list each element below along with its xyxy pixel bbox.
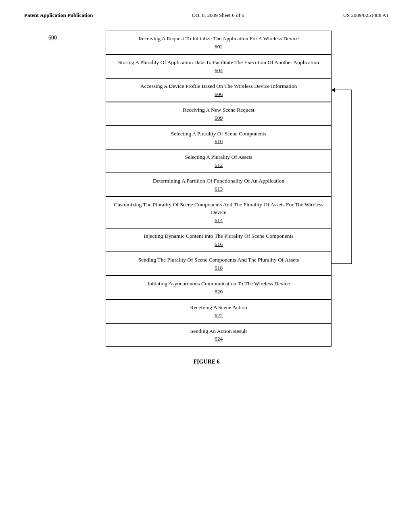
box-610-num: 610 (113, 138, 325, 145)
box-616-num: 616 (113, 241, 325, 247)
box-604: Storing A Plurality Of Application Data … (106, 54, 332, 78)
publication-label: Patent Application Publication (24, 12, 93, 19)
box-620-num: 620 (113, 289, 325, 295)
box-612: Selecting A Plurality Of Assets 612 (106, 149, 332, 173)
box-618-num: 618 (113, 265, 325, 271)
box-602-text: Receiving A Request To Initialize The Ap… (138, 35, 298, 42)
page-header: Patent Application Publication Oct. 8, 2… (24, 12, 389, 19)
patent-number-label: US 2009/0251488 A1 (343, 12, 389, 19)
box-613-num: 613 (113, 186, 325, 192)
box-620-text: Initiating Asynchronous Communication To… (147, 281, 290, 287)
box-614-text: Customizing The Plurality Of Scene Compo… (114, 202, 323, 215)
box-616: Injecting Dynamic Content Into The Plura… (106, 228, 332, 252)
box-622-text: Receiving A Scene Action (190, 304, 247, 310)
box-612-text: Selecting A Plurality Of Assets (185, 154, 252, 160)
box-618: Sending The Plurality Of Scene Component… (106, 252, 332, 276)
box-609-text: Receiving A New Scene Request (183, 107, 254, 113)
box-613-text: Determining A Partition Of Functionality… (153, 178, 284, 184)
box-618-text: Sending The Plurality Of Scene Component… (138, 257, 299, 263)
box-622-num: 622 (113, 312, 325, 319)
box-606: Accessing A Device Profile Based On The … (106, 78, 332, 102)
date-sheet-label: Oct. 8, 2009 Sheet 6 of 6 (192, 12, 244, 19)
box-613: Determining A Partition Of Functionality… (106, 173, 332, 197)
box-606-num: 606 (113, 91, 325, 98)
box-610-text: Selecting A Plurality Of Scene Component… (171, 131, 267, 137)
flowchart-container: Receiving A Request To Initialize The Ap… (48, 31, 389, 347)
box-606-text: Accessing A Device Profile Based On The … (140, 83, 297, 89)
box-620: Initiating Asynchronous Communication To… (106, 276, 332, 299)
box-604-text: Storing A Plurality Of Application Data … (118, 59, 319, 65)
figure-caption: FIGURE 6 (24, 359, 389, 365)
box-614: Customizing The Plurality Of Scene Compo… (106, 197, 332, 228)
box-616-text: Injecting Dynamic Content Into The Plura… (144, 233, 294, 239)
box-604-num: 604 (113, 67, 325, 74)
diagram-area: 600 Receiving A Request To Initialize Th… (24, 31, 389, 347)
box-609-num: 609 (113, 115, 325, 121)
box-609: Receiving A New Scene Request 609 (106, 102, 332, 126)
box-624-text: Sending An Action Result (190, 328, 247, 334)
box-612-num: 612 (113, 162, 325, 168)
box-624-num: 624 (113, 336, 325, 342)
box-622: Receiving A Scene Action 622 (106, 299, 332, 323)
box-602-num: 602 (113, 44, 325, 50)
box-602: Receiving A Request To Initialize The Ap… (106, 31, 332, 54)
box-606-wrapper: Accessing A Device Profile Based On The … (106, 78, 332, 102)
flowchart: Receiving A Request To Initialize The Ap… (48, 31, 389, 347)
box-618-wrapper: Sending The Plurality Of Scene Component… (106, 252, 332, 276)
box-610: Selecting A Plurality Of Scene Component… (106, 126, 332, 150)
box-624: Sending An Action Result 624 (106, 323, 332, 347)
figure-caption-text: FIGURE 6 (194, 359, 220, 365)
page: Patent Application Publication Oct. 8, 2… (0, 0, 413, 532)
box-614-num: 614 (113, 217, 325, 224)
